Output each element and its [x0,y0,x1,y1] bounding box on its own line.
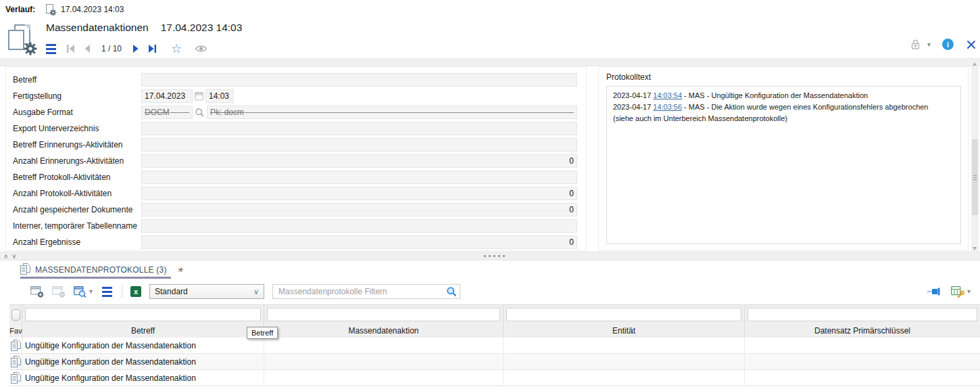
time-field[interactable]: 14:03 [205,89,234,103]
cell-datensatz[interactable] [745,370,980,386]
nav-prev-button[interactable] [84,45,91,53]
cell-betreff[interactable]: Ungültige Konfiguration der Massendatena… [22,370,264,386]
panel-splitter[interactable]: ∧ ∨ [0,252,980,260]
info-icon[interactable]: i [942,39,954,50]
form-row: Betreff Erinnerungs-Aktivitäten [6,137,586,153]
filter-input-datensatz[interactable] [748,308,977,321]
fav-toggle-icon[interactable] [11,309,20,321]
splitter-collapse-up-icon[interactable]: ∧ [3,252,8,260]
active-tab-underline [20,277,171,279]
text-field[interactable] [141,170,577,184]
history-entry[interactable]: 17.04.2023 14:03 [46,4,124,16]
list-menu-icon[interactable] [101,285,114,298]
table-row[interactable]: Ungültige Konfiguration der Massendatena… [9,354,980,370]
row-fav-cell[interactable] [9,370,22,386]
text-field[interactable] [141,73,577,87]
field-label: Fertigstellung [6,91,141,101]
nav-first-button[interactable] [66,45,75,53]
splitter-collapse-down-icon[interactable]: ∨ [11,252,16,260]
filter-input-massendatenaktion[interactable] [267,308,500,321]
row-fav-cell[interactable] [9,338,22,353]
cell-entitaet[interactable] [504,354,745,369]
scroll-up-icon[interactable] [973,62,977,66]
cell-massendatenaktion[interactable] [264,354,504,369]
text-field[interactable] [141,138,577,152]
calendar-icon[interactable] [195,91,203,101]
table-row[interactable]: Ungültige Konfiguration der Massendatena… [9,338,980,354]
column-header-entitaet[interactable]: Entität [504,324,745,338]
field-label: Anzahl Ergebnisse [6,237,141,247]
lock-icon[interactable] [910,39,921,50]
cell-betreff[interactable]: Ungültige Konfiguration der Massendatena… [22,354,264,369]
cell-entitaet[interactable] [504,370,745,386]
add-tab-button[interactable]: + [178,264,184,275]
text-field[interactable] [141,219,577,233]
nav-last-button[interactable] [148,45,157,53]
column-header-fav[interactable]: Fav [9,324,22,338]
table-settings-icon[interactable]: ▾ [951,286,971,298]
filter-input-betreff[interactable] [25,308,261,321]
close-icon[interactable] [966,40,976,49]
row-pages-icon [11,356,21,367]
text-field[interactable]: 0 [141,154,577,168]
lookup-search-icon[interactable] [195,108,205,118]
form-row: Export Unterverzeichnis [6,120,586,137]
field-label: Betreff [6,75,141,85]
cell-datensatz[interactable] [745,338,980,353]
row-fav-cell[interactable] [9,354,22,369]
header-divider [0,58,980,66]
text-field[interactable] [141,122,577,135]
cell-datensatz[interactable] [745,354,980,369]
form-panel: Betreff Fertigstellung 17.04.2023 14:03 … [5,67,587,251]
column-header-datensatz[interactable]: Datensatz Primärschlüssel [745,324,980,338]
field-label: Anzahl Erinnerungs-Aktivitäten [6,156,141,166]
search-records-icon[interactable]: ▾ [74,286,93,298]
lookup-code-field[interactable]: DOCM [141,106,193,119]
excel-export-icon[interactable]: x [130,286,141,297]
protocol-textarea[interactable]: 2023-04-1714:03:54- MAS - Ungültige Konf… [606,86,961,244]
list-filter-input[interactable] [272,284,460,299]
text-field[interactable]: 0 [141,203,577,216]
vertical-scrollbar[interactable] [971,60,979,253]
watch-eye-icon[interactable] [195,45,207,53]
splitter-grip[interactable] [484,255,505,257]
filter-search-icon[interactable] [446,286,457,299]
cell-betreff[interactable]: Ungültige Konfiguration der Massendatena… [22,338,264,353]
protocol-time-link[interactable]: 14:03:56 [653,103,682,111]
cell-massendatenaktion[interactable] [264,370,504,386]
cell-entitaet[interactable] [504,338,745,353]
protocol-line: (siehe auch im Unterbereich Massendatenp… [613,113,954,124]
text-field[interactable]: 0 [141,187,577,200]
tab-massendatenprotokolle[interactable]: MASSENDATENPROTOKOLLE (3) × [20,263,183,277]
favorite-star-icon[interactable]: ☆ [171,43,182,55]
record-date: 17.04.2023 14:03 [161,22,243,34]
scrollbar-thumb[interactable] [972,139,978,215]
subrecord-tabbar: MASSENDATENPROTOKOLLE (3) × + [0,260,980,281]
nav-next-button[interactable] [132,45,139,53]
tab-label: MASSENDATENPROTOKOLLE (3) [35,265,167,275]
menu-icon[interactable] [45,43,57,55]
history-bar: Verlauf: 17.04.2023 14:03 [0,0,980,19]
history-entry-label: 17.04.2023 14:03 [61,5,124,14]
search-dropdown-icon[interactable]: ▾ [89,288,93,295]
pin-icon[interactable] [927,288,941,296]
lookup-value-field[interactable]: Pk: docm [207,106,577,119]
filter-input-entitaet[interactable] [506,308,741,321]
row-pages-icon [11,372,21,384]
protocol-time-link[interactable]: 14:03:54 [653,91,682,99]
scroll-down-icon[interactable] [973,247,977,250]
protocol-panel: Protokolltext 2023-04-1714:03:54- MAS - … [598,67,969,251]
column-header-betreff[interactable]: Betreff [22,324,264,338]
table-settings-dropdown-icon[interactable]: ▾ [967,288,971,295]
table-row[interactable]: Ungültige Konfiguration der Massendatena… [9,370,980,386]
field-label: Interner, temporärer Tabellenname [6,221,141,231]
add-record-icon[interactable] [30,286,44,298]
lock-dropdown-icon[interactable]: ▾ [927,41,931,48]
page-title: Massendatenaktionen [46,22,149,34]
column-header-massendatenaktion[interactable]: Massendatenaktion [264,324,504,338]
date-field[interactable]: 17.04.2023 [141,89,193,103]
text-field[interactable]: 0 [141,235,577,249]
view-select[interactable]: Standard ∨ [149,284,264,299]
cell-massendatenaktion[interactable] [264,338,504,353]
remove-record-icon[interactable] [52,286,66,298]
